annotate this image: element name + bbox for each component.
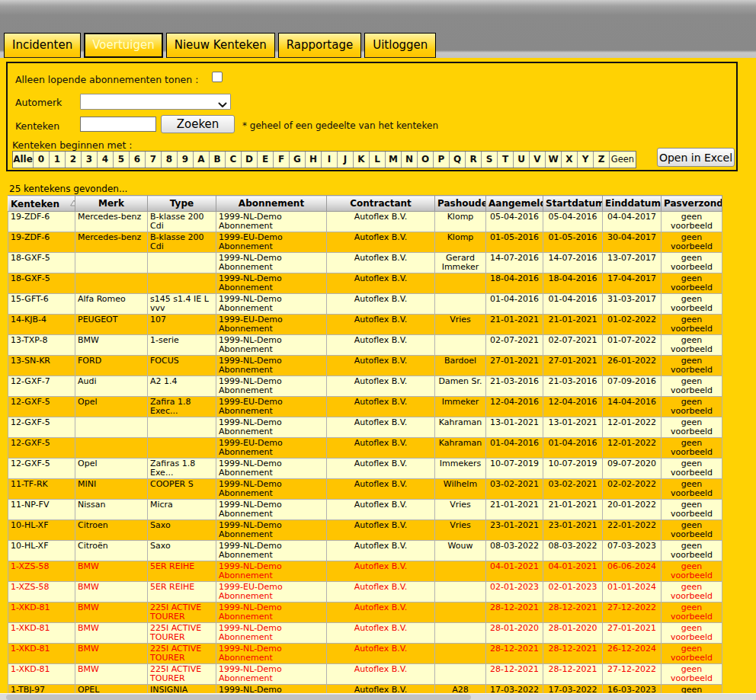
cell-abonnement: 1999-NL-Demo Abonnement	[216, 541, 327, 561]
cell-type: Zafira 1.8 Exec...	[148, 397, 216, 417]
table-row[interactable]: 13-SN-KRFORDFOCUS1999-NL-Demo Abonnement…	[8, 356, 722, 376]
letter-k[interactable]: K	[354, 152, 370, 168]
letter-h[interactable]: H	[306, 152, 322, 168]
letter-g[interactable]: G	[290, 152, 306, 168]
table-row[interactable]: 11-NP-FVNissanMicra1999-NL-Demo Abonneme…	[8, 500, 722, 520]
table-row[interactable]: 18-GXF-51999-NL-Demo AbonnementAutoflex …	[8, 273, 722, 294]
result-count: 25 kentekens gevonden...	[9, 184, 127, 194]
cell-startdatum: 28-12-2021	[543, 664, 603, 685]
letter-q[interactable]: Q	[450, 152, 466, 168]
column-header-startdatum[interactable]: Startdatum	[543, 196, 603, 212]
open-in-excel-button[interactable]: Open in Excel	[657, 148, 735, 167]
tab-incidenten[interactable]: Incidenten	[4, 33, 81, 58]
letter-9[interactable]: 9	[178, 152, 194, 168]
letter-d[interactable]: D	[242, 152, 258, 168]
column-header-type[interactable]: Type	[148, 196, 216, 212]
cell-abonnement: 1999-EU-Demo Abonnement	[216, 232, 327, 253]
letter-e[interactable]: E	[258, 152, 274, 168]
table-row[interactable]: 12-GXF-5OpelZafiras 1.8 Exe...1999-NL-De…	[8, 459, 722, 479]
kenteken-input[interactable]	[80, 117, 156, 132]
zoeken-button[interactable]: Zoeken	[161, 115, 235, 133]
letter-i[interactable]: I	[322, 152, 338, 168]
automerk-select[interactable]	[80, 94, 231, 110]
cell-pasverzonden: geen voorbeeld	[662, 356, 722, 376]
column-header-pashouder[interactable]: Pashouder	[435, 196, 486, 212]
column-header-contractant[interactable]: Contractant	[327, 196, 435, 212]
letter-x[interactable]: X	[562, 152, 578, 168]
letter-3[interactable]: 3	[82, 152, 98, 168]
cell-abonnement: 1999-NL-Demo Abonnement	[216, 273, 327, 294]
letter-alle[interactable]: Alle	[13, 152, 34, 168]
table-row[interactable]: 14-KJB-4PEUGEOT1071999-EU-Demo Abonnemen…	[8, 315, 722, 335]
letter-l[interactable]: L	[370, 152, 386, 168]
letter-a[interactable]: A	[194, 152, 210, 168]
letter-s[interactable]: S	[482, 152, 498, 168]
cell-abonnement: 1999-NL-Demo Abonnement	[216, 664, 327, 685]
table-row[interactable]: 1-XKD-81BMW225I ACTIVE TOURER1999-NL-Dem…	[8, 644, 722, 664]
table-row[interactable]: 1-XKD-81BMW225I ACTIVE TOURER1999-NL-Dem…	[8, 603, 722, 623]
letter-4[interactable]: 4	[98, 152, 114, 168]
letter-v[interactable]: V	[530, 152, 546, 168]
letter-z[interactable]: Z	[594, 152, 610, 168]
column-header-kenteken[interactable]: Kenteken	[8, 196, 75, 212]
table-row[interactable]: 12-GXF-7AudiA2 1.41999-NL-Demo Abonnemen…	[8, 376, 722, 397]
letter-y[interactable]: Y	[578, 152, 594, 168]
table-row[interactable]: 10-HL-XFCitroenSaxo1999-NL-Demo Abonneme…	[8, 520, 722, 541]
tab-rapportage[interactable]: Rapportage	[278, 33, 362, 58]
table-row[interactable]: 12-GXF-5OpelZafira 1.8 Exec...1999-EU-De…	[8, 397, 722, 417]
horizontal-scrollbar-thumb[interactable]	[6, 695, 471, 700]
tab-nieuw-kenteken[interactable]: Nieuw Kenteken	[166, 33, 275, 58]
cell-merk	[75, 417, 148, 438]
table-row[interactable]: 12-GXF-51999-EU-Demo AbonnementAutoflex …	[8, 438, 722, 459]
table-row[interactable]: 15-GFT-6Alfa Romeos145 s1.4 IE L vvv1999…	[8, 294, 722, 315]
letter-geen[interactable]: Geen	[610, 152, 636, 168]
table-row[interactable]: 1-XZS-58BMW5ER REIHE1999-EU-Demo Abonnem…	[8, 582, 722, 603]
letter-t[interactable]: T	[498, 152, 514, 168]
letter-0[interactable]: 0	[34, 152, 50, 168]
cell-abonnement: 1999-NL-Demo Abonnement	[216, 376, 327, 397]
letter-1[interactable]: 1	[50, 152, 66, 168]
column-header-abonnement[interactable]: Abonnement	[216, 196, 327, 212]
table-row[interactable]: 10-HL-XFCitroënSaxo1999-NL-Demo Abonneme…	[8, 541, 722, 561]
letter-w[interactable]: W	[546, 152, 562, 168]
tab-uitloggen[interactable]: Uitloggen	[364, 33, 436, 58]
cell-aangemeld: 28-12-2021	[486, 664, 543, 685]
letter-u[interactable]: U	[514, 152, 530, 168]
table-row[interactable]: 18-GXF-51999-NL-Demo AbonnementAutoflex …	[8, 253, 722, 273]
table-row[interactable]: 19-ZDF-6Mercedes-benzB-klasse 200 Cdi199…	[8, 232, 722, 253]
table-row[interactable]: 1-XZS-58BMW5ER REIHE1999-NL-Demo Abonnem…	[8, 561, 722, 582]
letter-r[interactable]: R	[466, 152, 482, 168]
table-row[interactable]: 12-GXF-51999-NL-Demo AbonnementAutoflex …	[8, 417, 722, 438]
letter-n[interactable]: N	[402, 152, 418, 168]
table-row[interactable]: 13-TXP-8BMW1-serie1999-NL-Demo Abonnemen…	[8, 335, 722, 356]
table-row[interactable]: 11-TF-RKMINICOOPER S1999-NL-Demo Abonnem…	[8, 479, 722, 500]
table-row[interactable]: 19-ZDF-6Mercedes-benzB-klasse 200 Cdi199…	[8, 212, 722, 232]
cell-pasverzonden: geen voorbeeld	[662, 294, 722, 315]
cell-contractant: Autoflex B.V.	[327, 479, 435, 500]
letter-7[interactable]: 7	[146, 152, 162, 168]
letter-8[interactable]: 8	[162, 152, 178, 168]
letter-2[interactable]: 2	[66, 152, 82, 168]
tab-voertuigen[interactable]: Voertuigen	[84, 33, 162, 58]
letter-p[interactable]: P	[434, 152, 450, 168]
letter-m[interactable]: M	[386, 152, 402, 168]
letter-b[interactable]: B	[210, 152, 226, 168]
show-only-active-checkbox[interactable]	[212, 72, 223, 82]
cell-kenteken: 10-HL-XF	[8, 520, 75, 541]
letter-c[interactable]: C	[226, 152, 242, 168]
table-row[interactable]: 1-XKD-81BMW225I ACTIVE TOURER1999-NL-Dem…	[8, 664, 722, 685]
cell-pashouder	[435, 603, 486, 623]
column-header-einddatum[interactable]: Einddatum	[603, 196, 662, 212]
letter-5[interactable]: 5	[114, 152, 130, 168]
cell-aangemeld: 21-01-2021	[486, 500, 543, 520]
horizontal-scrollbar[interactable]	[0, 693, 756, 700]
cell-pashouder	[435, 294, 486, 315]
column-header-merk[interactable]: Merk	[75, 196, 148, 212]
letter-f[interactable]: F	[274, 152, 290, 168]
table-row[interactable]: 1-XKD-81BMW225I ACTIVE TOURER1999-NL-Dem…	[8, 623, 722, 644]
column-header-pasverzonden[interactable]: Pasverzonden	[662, 196, 722, 212]
letter-o[interactable]: O	[418, 152, 434, 168]
letter-j[interactable]: J	[338, 152, 354, 168]
column-header-aangemeld[interactable]: Aangemeld	[486, 196, 543, 212]
letter-6[interactable]: 6	[130, 152, 146, 168]
